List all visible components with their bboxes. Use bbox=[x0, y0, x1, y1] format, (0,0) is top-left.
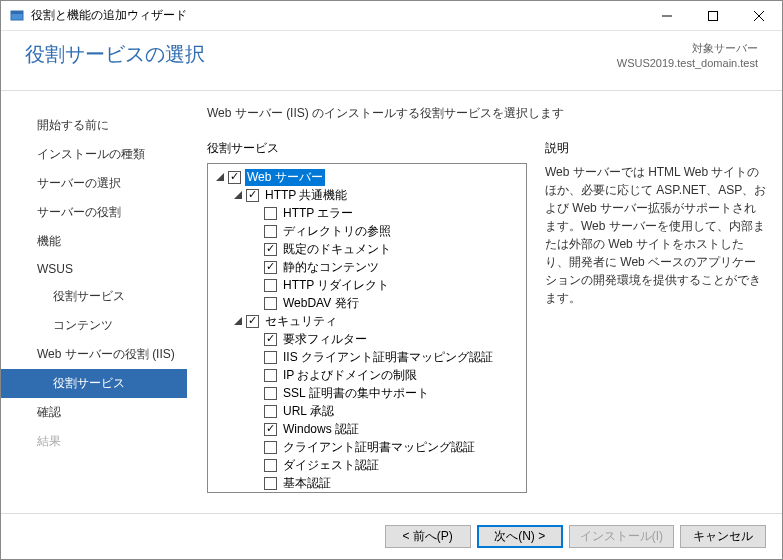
tree-item-label[interactable]: IP およびドメインの制限 bbox=[281, 367, 419, 384]
tree-item[interactable]: 基本認証 bbox=[210, 474, 524, 492]
header: 役割サービスの選択 対象サーバー WSUS2019.test_domain.te… bbox=[1, 31, 782, 91]
instruction-text: Web サーバー (IIS) のインストールする役割サービスを選択します bbox=[207, 105, 768, 122]
tree-item[interactable]: HTTP リダイレクト bbox=[210, 276, 524, 294]
checkbox[interactable] bbox=[264, 297, 277, 310]
sidebar-item[interactable]: 役割サービス bbox=[1, 282, 187, 311]
checkbox[interactable] bbox=[264, 243, 277, 256]
sidebar-item[interactable]: インストールの種類 bbox=[1, 140, 187, 169]
checkbox[interactable] bbox=[264, 207, 277, 220]
tree-item-label[interactable]: ダイジェスト認証 bbox=[281, 457, 381, 474]
sidebar-item[interactable]: サーバーの役割 bbox=[1, 198, 187, 227]
tree-item-label[interactable]: SSL 証明書の集中サポート bbox=[281, 385, 431, 402]
tree-item[interactable]: 要求フィルター bbox=[210, 330, 524, 348]
tree-item[interactable]: IP およびドメインの制限 bbox=[210, 366, 524, 384]
sidebar-item[interactable]: 開始する前に bbox=[1, 111, 187, 140]
next-button[interactable]: 次へ(N) > bbox=[477, 525, 563, 548]
tree-item[interactable]: HTTP エラー bbox=[210, 204, 524, 222]
cancel-button[interactable]: キャンセル bbox=[680, 525, 766, 548]
tree-item[interactable]: クライアント証明書マッピング認証 bbox=[210, 438, 524, 456]
content-columns: 役割サービス Web サーバーHTTP 共通機能HTTP エラーディレクトリの参… bbox=[207, 140, 768, 511]
tree-item-label[interactable]: 基本認証 bbox=[281, 475, 333, 492]
maximize-button[interactable] bbox=[690, 1, 736, 31]
tree-item-label[interactable]: 要求フィルター bbox=[281, 331, 369, 348]
description-label: 説明 bbox=[545, 140, 768, 157]
checkbox[interactable] bbox=[264, 423, 277, 436]
sidebar-item[interactable]: サーバーの選択 bbox=[1, 169, 187, 198]
sidebar-item[interactable]: コンテンツ bbox=[1, 311, 187, 340]
tree-item[interactable]: ディレクトリの参照 bbox=[210, 222, 524, 240]
window-title: 役割と機能の追加ウィザード bbox=[31, 7, 187, 24]
previous-button[interactable]: < 前へ(P) bbox=[385, 525, 471, 548]
tree-item[interactable]: Windows 認証 bbox=[210, 420, 524, 438]
sidebar-item[interactable]: WSUS bbox=[1, 256, 187, 282]
tree-item[interactable]: セキュリティ bbox=[210, 312, 524, 330]
tree-item[interactable]: HTTP 共通機能 bbox=[210, 186, 524, 204]
svg-marker-8 bbox=[234, 317, 242, 325]
tree-item-label[interactable]: Web サーバー bbox=[245, 169, 325, 186]
tree-item-label[interactable]: Windows 認証 bbox=[281, 421, 361, 438]
checkbox[interactable] bbox=[264, 279, 277, 292]
title-bar: 役割と機能の追加ウィザード bbox=[1, 1, 782, 31]
content-area: Web サーバー (IIS) のインストールする役割サービスを選択します 役割サ… bbox=[187, 91, 782, 511]
close-button[interactable] bbox=[736, 1, 782, 31]
tree-item-label[interactable]: 既定のドキュメント bbox=[281, 241, 393, 258]
app-icon bbox=[9, 8, 25, 24]
tree-item-label[interactable]: 静的なコンテンツ bbox=[281, 259, 381, 276]
checkbox[interactable] bbox=[264, 441, 277, 454]
tree-item[interactable]: URL 承認 bbox=[210, 402, 524, 420]
checkbox[interactable] bbox=[246, 315, 259, 328]
checkbox[interactable] bbox=[264, 333, 277, 346]
description-column: 説明 Web サーバーでは HTML Web サイトのほか、必要に応じて ASP… bbox=[545, 140, 768, 511]
checkbox[interactable] bbox=[264, 369, 277, 382]
tree-item-label[interactable]: URL 承認 bbox=[281, 403, 336, 420]
main-area: 開始する前にインストールの種類サーバーの選択サーバーの役割機能WSUS役割サービ… bbox=[1, 91, 782, 511]
tree-item[interactable]: 既定のドキュメント bbox=[210, 240, 524, 258]
svg-marker-7 bbox=[234, 191, 242, 199]
sidebar-item[interactable]: Web サーバーの役割 (IIS) bbox=[1, 340, 187, 369]
expander-open-icon[interactable] bbox=[214, 171, 226, 183]
tree-item-label[interactable]: クライアント証明書マッピング認証 bbox=[281, 439, 477, 456]
sidebar-item: 結果 bbox=[1, 427, 187, 456]
tree-item[interactable]: WebDAV 発行 bbox=[210, 294, 524, 312]
checkbox[interactable] bbox=[228, 171, 241, 184]
tree-item-label[interactable]: ディレクトリの参照 bbox=[281, 223, 393, 240]
expander-open-icon[interactable] bbox=[232, 315, 244, 327]
svg-rect-1 bbox=[11, 11, 23, 14]
tree-item-label[interactable]: WebDAV 発行 bbox=[281, 295, 361, 312]
checkbox[interactable] bbox=[264, 261, 277, 274]
checkbox[interactable] bbox=[264, 351, 277, 364]
checkbox[interactable] bbox=[264, 477, 277, 490]
tree-item-label[interactable]: パフォーマンス bbox=[263, 493, 351, 494]
sidebar-item[interactable]: 機能 bbox=[1, 227, 187, 256]
checkbox[interactable] bbox=[264, 387, 277, 400]
tree-label: 役割サービス bbox=[207, 140, 527, 157]
tree-item-label[interactable]: IIS クライアント証明書マッピング認証 bbox=[281, 349, 495, 366]
window-controls bbox=[644, 1, 782, 31]
sidebar-item[interactable]: 確認 bbox=[1, 398, 187, 427]
tree-item-label[interactable]: HTTP エラー bbox=[281, 205, 355, 222]
tree-item[interactable]: パフォーマンス bbox=[210, 492, 524, 493]
target-server-info: 対象サーバー WSUS2019.test_domain.test bbox=[617, 41, 758, 72]
tree-item[interactable]: ダイジェスト認証 bbox=[210, 456, 524, 474]
checkbox[interactable] bbox=[264, 405, 277, 418]
target-server-label: 対象サーバー bbox=[617, 41, 758, 56]
sidebar-item[interactable]: 役割サービス bbox=[1, 369, 187, 398]
svg-rect-3 bbox=[709, 11, 718, 20]
target-server-name: WSUS2019.test_domain.test bbox=[617, 56, 758, 71]
tree-item-label[interactable]: セキュリティ bbox=[263, 313, 339, 330]
tree-item[interactable]: SSL 証明書の集中サポート bbox=[210, 384, 524, 402]
tree-item-label[interactable]: HTTP リダイレクト bbox=[281, 277, 391, 294]
tree-item[interactable]: 静的なコンテンツ bbox=[210, 258, 524, 276]
expander-open-icon[interactable] bbox=[232, 189, 244, 201]
checkbox[interactable] bbox=[264, 459, 277, 472]
install-button[interactable]: インストール(I) bbox=[569, 525, 674, 548]
role-services-tree[interactable]: Web サーバーHTTP 共通機能HTTP エラーディレクトリの参照既定のドキュ… bbox=[207, 163, 527, 493]
tree-item[interactable]: Web サーバー bbox=[210, 168, 524, 186]
tree-item-label[interactable]: HTTP 共通機能 bbox=[263, 187, 349, 204]
description-text: Web サーバーでは HTML Web サイトのほか、必要に応じて ASP.NE… bbox=[545, 163, 768, 307]
checkbox[interactable] bbox=[264, 225, 277, 238]
page-title: 役割サービスの選択 bbox=[25, 41, 205, 68]
checkbox[interactable] bbox=[246, 189, 259, 202]
tree-item[interactable]: IIS クライアント証明書マッピング認証 bbox=[210, 348, 524, 366]
minimize-button[interactable] bbox=[644, 1, 690, 31]
